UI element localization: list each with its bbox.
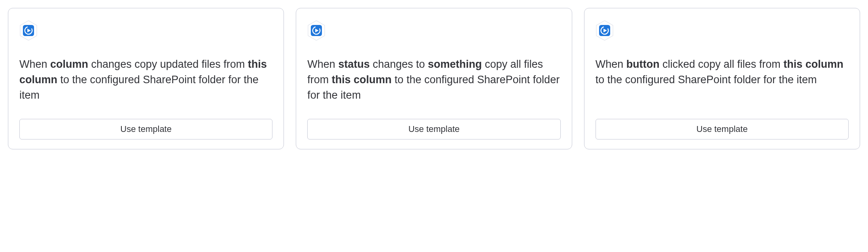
- use-template-button[interactable]: Use template: [596, 119, 849, 139]
- sharepoint-icon: [19, 20, 38, 41]
- sharepoint-icon: [307, 20, 325, 41]
- sharepoint-icon: [596, 20, 614, 41]
- desc-text: When: [307, 58, 338, 70]
- desc-text: When: [19, 58, 50, 70]
- card-icon-wrap: [307, 20, 560, 41]
- template-card: When status changes to something copy al…: [296, 8, 572, 149]
- desc-bold: this column: [783, 58, 843, 70]
- template-description: When status changes to something copy al…: [307, 57, 560, 103]
- template-cards-row: When column changes copy updated files f…: [8, 8, 860, 149]
- template-description: When button clicked copy all files from …: [596, 57, 849, 103]
- template-card: When column changes copy updated files f…: [8, 8, 284, 149]
- desc-text: clicked copy all files from: [660, 58, 784, 70]
- desc-text: changes to: [370, 58, 428, 70]
- desc-text: When: [596, 58, 626, 70]
- desc-bold: status: [338, 58, 370, 70]
- template-description: When column changes copy updated files f…: [19, 57, 272, 103]
- desc-bold: button: [626, 58, 660, 70]
- desc-bold: this column: [332, 74, 392, 86]
- desc-text: to the configured SharePoint folder for …: [596, 74, 817, 86]
- card-icon-wrap: [19, 20, 272, 41]
- desc-bold: column: [50, 58, 88, 70]
- use-template-button[interactable]: Use template: [307, 119, 560, 139]
- desc-text: changes copy updated files from: [88, 58, 248, 70]
- template-card: When button clicked copy all files from …: [584, 8, 860, 149]
- desc-bold: something: [428, 58, 482, 70]
- use-template-button[interactable]: Use template: [19, 119, 272, 139]
- card-icon-wrap: [596, 20, 849, 41]
